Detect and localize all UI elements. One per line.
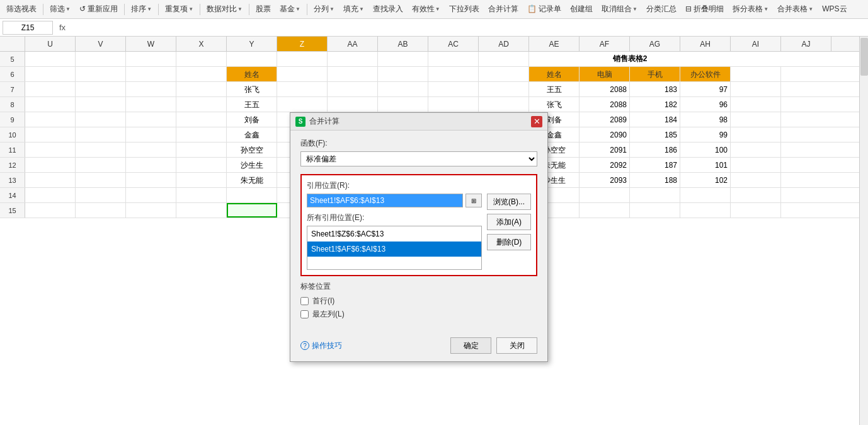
dialog-titlebar[interactable]: S 合并计算 ✕ <box>290 113 547 131</box>
toolbar-create-group[interactable]: 创建组 <box>566 3 597 16</box>
refs-item-2[interactable]: Sheet1!$AF$6:$AI$13 <box>307 242 481 257</box>
separator <box>43 4 43 15</box>
dialog-body: 函数(F): 标准偏差 引用位置(R): ⊞ <box>290 131 547 332</box>
merge-table-arrow: ▼ <box>808 6 813 12</box>
label-position-section: 标签位置 首行(I) 最左列(L) <box>300 281 537 320</box>
dc-arrow: ▼ <box>237 6 243 12</box>
ref-input-row: ⊞ <box>307 194 482 207</box>
reapply-icon: ↺ <box>79 4 86 13</box>
first-row-label[interactable]: 首行(I) <box>312 296 334 306</box>
separator6 <box>307 4 307 15</box>
dialog-overlay: S 合并计算 ✕ 函数(F): 标准偏差 引用位置(R): <box>0 37 868 425</box>
toolbar-record[interactable]: 📋 记录单 <box>523 3 565 16</box>
toolbar-fund[interactable]: 基金 ▼ <box>276 3 304 16</box>
func-label: 函数(F): <box>300 138 537 149</box>
collapse-icon: ⊟ <box>685 4 692 13</box>
sort-dropdown-arrow: ▼ <box>147 6 152 12</box>
separator2 <box>124 4 125 15</box>
dialog-title-text: 合并计算 <box>309 116 531 127</box>
cell-ref-input[interactable]: Z15 <box>3 21 53 35</box>
separator3 <box>158 4 159 15</box>
toolbar: 筛选视表 筛选 ▼ ↺ 重新应用 排序 ▼ 重复项 ▼ 数据对比 ▼ 股票 基金… <box>0 0 868 19</box>
func-select[interactable]: 标准偏差 <box>300 151 537 166</box>
toolbar-stock[interactable]: 股票 <box>252 3 275 16</box>
label-position-title: 标签位置 <box>300 281 537 292</box>
help-circle-icon: ? <box>300 341 309 350</box>
toolbar-merge-calc[interactable]: 合并计算 <box>484 3 522 16</box>
reference-section: 引用位置(R): ⊞ 所有引用位置(E): Sheet1!$Z$ <box>300 174 537 276</box>
validity-arrow: ▼ <box>435 6 440 12</box>
toolbar-find-entry[interactable]: 查找录入 <box>369 3 407 16</box>
refs-listbox[interactable]: Sheet1!$Z$6:$AC$13 Sheet1!$AF$6:$AI$13 <box>307 226 482 270</box>
side-buttons: 浏览(B)... 添加(A) 删除(D) <box>487 194 531 250</box>
formula-fx-icon: fx <box>55 23 69 32</box>
toolbar-data-compare[interactable]: 数据对比 ▼ <box>203 3 246 16</box>
toolbar-split-table[interactable]: 拆分表格 ▼ <box>729 3 772 16</box>
separator4 <box>200 4 200 15</box>
formula-input[interactable] <box>72 21 865 35</box>
dialog-close-button[interactable]: ✕ <box>531 116 542 127</box>
ref-area: ⊞ 所有引用位置(E): Sheet1!$Z$6:$AC$13 Sheet1!$… <box>307 194 531 270</box>
filter-dropdown-arrow: ▼ <box>66 6 71 12</box>
delete-btn[interactable]: 删除(D) <box>487 234 531 250</box>
left-col-checkbox[interactable] <box>300 310 309 318</box>
fund-arrow: ▼ <box>295 6 300 12</box>
ref-input[interactable] <box>307 194 463 207</box>
first-row-checkbox-row: 首行(I) <box>300 296 537 306</box>
browse-btn-side[interactable]: 浏览(B)... <box>487 194 531 210</box>
toolbar-merge-table[interactable]: 合并表格 ▼ <box>774 3 817 16</box>
left-col-label[interactable]: 最左列(L) <box>312 309 345 320</box>
left-col-checkbox-row: 最左列(L) <box>300 309 537 320</box>
help-link[interactable]: ? 操作技巧 <box>300 341 342 351</box>
toolbar-filter[interactable]: 筛选 ▼ <box>46 3 74 16</box>
toolbar-filter-view[interactable]: 筛选视表 <box>3 3 40 16</box>
browse-button[interactable]: ⊞ <box>465 194 482 207</box>
wps-dialog-icon: S <box>295 117 306 127</box>
toolbar-collapse[interactable]: ⊟ 折叠明细 <box>682 3 728 16</box>
toolbar-dropdown-list[interactable]: 下拉列表 <box>445 3 483 16</box>
confirm-button[interactable]: 确定 <box>450 337 491 354</box>
record-icon: 📋 <box>527 4 537 13</box>
func-row: 标准偏差 <box>300 151 537 166</box>
merge-calc-dialog: S 合并计算 ✕ 函数(F): 标准偏差 引用位置(R): <box>290 112 548 362</box>
first-row-checkbox[interactable] <box>300 297 309 305</box>
dup-arrow: ▼ <box>188 6 193 12</box>
toolbar-fill[interactable]: 填充 ▼ <box>340 3 368 16</box>
toolbar-validity[interactable]: 有效性 ▼ <box>408 3 444 16</box>
toolbar-sort[interactable]: 排序 ▼ <box>127 3 156 16</box>
toolbar-split[interactable]: 分列 ▼ <box>310 3 338 16</box>
toolbar-duplicate[interactable]: 重复项 ▼ <box>161 3 197 16</box>
formula-bar: Z15 fx <box>0 19 868 37</box>
ungroup-arrow: ▼ <box>632 6 637 12</box>
toolbar-wps-cloud[interactable]: WPS云 <box>818 3 850 16</box>
spreadsheet: U V W X Y Z AA AB AC AD AE AF AG AH AI A… <box>0 37 868 425</box>
toolbar-subtotal[interactable]: 分类汇总 <box>642 3 680 16</box>
ref-area-left: ⊞ 所有引用位置(E): Sheet1!$Z$6:$AC$13 Sheet1!$… <box>307 194 482 270</box>
all-refs-label: 所有引用位置(E): <box>307 212 482 223</box>
dialog-footer: ? 操作技巧 确定 关闭 <box>290 332 547 361</box>
browse-icon: ⊞ <box>471 197 476 204</box>
ref-label: 引用位置(R): <box>307 180 531 191</box>
refs-item-1[interactable]: Sheet1!$Z$6:$AC$13 <box>307 226 481 242</box>
toolbar-ungroup[interactable]: 取消组合 ▼ <box>598 3 641 16</box>
split-arrow: ▼ <box>329 6 334 12</box>
fill-arrow: ▼ <box>359 6 364 12</box>
add-btn[interactable]: 添加(A) <box>487 214 531 230</box>
close-button[interactable]: 关闭 <box>496 337 537 354</box>
separator5 <box>249 4 249 15</box>
close-icon: ✕ <box>534 117 540 125</box>
toolbar-reapply[interactable]: ↺ 重新应用 <box>76 3 122 16</box>
split-table-arrow: ▼ <box>763 6 768 12</box>
